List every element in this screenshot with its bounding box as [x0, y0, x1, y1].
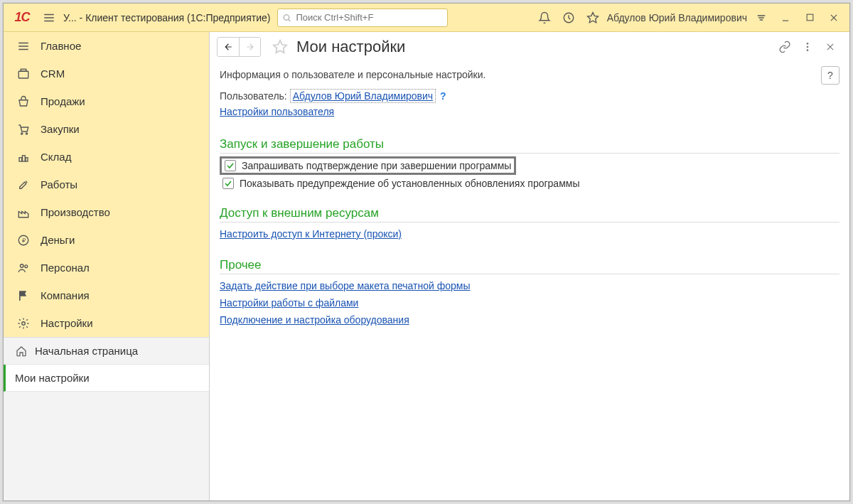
checkbox-label: Запрашивать подтверждение при завершении…: [242, 160, 511, 171]
sidebar-item-company[interactable]: Компания: [4, 282, 209, 309]
file-settings-link[interactable]: Настройки работы с файлами: [220, 297, 358, 309]
sidebar-item-crm[interactable]: CRM: [4, 60, 209, 87]
opened-item-my-settings[interactable]: Мои настройки: [4, 365, 209, 392]
user-menu-button[interactable]: [751, 8, 771, 28]
svg-rect-21: [23, 155, 26, 161]
sidebar-item-label: Склад: [41, 151, 71, 163]
window-title: У... - Клиент тестирования (1С:Предприят…: [63, 12, 270, 23]
window-maximize[interactable]: [800, 8, 820, 28]
sidebar: Главное CRM Продажи Закупки Склад: [4, 32, 210, 500]
sidebar-item-label: Персонал: [41, 262, 90, 274]
sidebar-item-sales[interactable]: Продажи: [4, 87, 209, 115]
star-icon: [586, 11, 599, 24]
factory-icon: [16, 205, 31, 220]
close-page-button[interactable]: [821, 38, 839, 56]
tools-icon: [16, 178, 31, 192]
sidebar-item-label: Главное: [41, 40, 81, 52]
opened-item-label: Начальная страница: [35, 345, 138, 357]
svg-rect-10: [807, 14, 813, 21]
sidebar-item-label: Настройки: [41, 317, 93, 329]
sidebar-item-money[interactable]: ₽ Деньги: [4, 226, 209, 254]
equipment-settings-link[interactable]: Подключение и настройка оборудования: [220, 314, 409, 326]
history-icon: [562, 11, 575, 24]
content-body: ? Информация о пользователе и персональн…: [210, 62, 849, 338]
favorites-button[interactable]: [583, 8, 603, 28]
svg-text:₽: ₽: [22, 237, 26, 244]
sidebar-item-warehouse[interactable]: Склад: [4, 143, 209, 171]
svg-rect-22: [26, 157, 28, 161]
opened-windows-list: Начальная страница Мои настройки: [4, 337, 209, 392]
content-header: Мои настройки: [210, 32, 849, 62]
main-menu-button[interactable]: [39, 8, 59, 28]
sidebar-item-settings[interactable]: Настройки: [4, 309, 209, 337]
sidebar-item-main[interactable]: Главное: [4, 32, 209, 60]
sidebar-item-works[interactable]: Работы: [4, 171, 209, 198]
window-minimize[interactable]: [776, 8, 795, 28]
sidebar-item-label: Закупки: [41, 123, 80, 135]
page-subtitle: Информация о пользователе и персональные…: [220, 69, 839, 80]
user-link[interactable]: Абдулов Юрий Владимирович: [291, 90, 434, 102]
checkbox-confirm-exit[interactable]: [225, 160, 236, 171]
proxy-settings-link[interactable]: Настроить доступ к Интернету (прокси): [220, 228, 402, 240]
sidebar-item-label: CRM: [41, 68, 65, 80]
print-template-action-link[interactable]: Задать действие при выборе макета печатн…: [220, 280, 471, 291]
help-button[interactable]: ?: [821, 66, 839, 85]
star-outline-icon: [272, 39, 288, 55]
sidebar-item-label: Компания: [41, 289, 90, 301]
app-window: 1C У... - Клиент тестирования (1С:Предпр…: [3, 3, 850, 501]
check-show-update-warning[interactable]: Показывать предупреждение об установленн…: [220, 176, 839, 191]
svg-marker-29: [274, 40, 286, 52]
svg-line-4: [289, 19, 290, 21]
kebab-icon: [802, 41, 813, 53]
arrow-right-icon: [245, 42, 256, 52]
user-row: Пользователь: Абдулов Юрий Владимирович …: [220, 90, 839, 102]
more-button[interactable]: [798, 38, 817, 56]
user-label: Пользователь:: [220, 90, 287, 102]
check-confirm-exit[interactable]: Запрашивать подтверждение при завершении…: [220, 156, 516, 175]
checkbox-show-update-warning[interactable]: [222, 178, 234, 189]
section-other-title: Прочее: [220, 258, 839, 274]
svg-point-25: [21, 264, 24, 267]
logo-1c: 1C: [9, 9, 35, 26]
svg-rect-17: [21, 69, 26, 71]
search-input[interactable]: [294, 11, 443, 23]
global-search[interactable]: [277, 9, 448, 27]
sidebar-item-personnel[interactable]: Персонал: [4, 254, 209, 282]
search-icon: [282, 13, 291, 23]
svg-marker-5: [587, 12, 598, 22]
menu-lines-icon: [755, 11, 768, 24]
sidebar-item-label: Продажи: [41, 95, 85, 107]
history-nav: [217, 37, 261, 57]
notifications-button[interactable]: [535, 8, 554, 28]
sidebar-item-label: Работы: [41, 178, 77, 191]
sidebar-item-purchases[interactable]: Закупки: [4, 115, 209, 143]
current-user-label[interactable]: Абдулов Юрий Владимирович: [607, 12, 747, 23]
sidebar-item-manufacturing[interactable]: Производство: [4, 198, 209, 226]
nav-back-button[interactable]: [218, 38, 239, 56]
sidebar-item-label: Деньги: [41, 234, 75, 246]
titlebar: 1C У... - Клиент тестирования (1С:Предпр…: [4, 4, 849, 32]
nav-forward-button[interactable]: [239, 38, 260, 56]
money-icon: ₽: [16, 233, 31, 247]
user-help-icon[interactable]: ?: [440, 90, 446, 102]
gear-icon: [16, 316, 31, 331]
crm-icon: [16, 67, 31, 81]
svg-rect-16: [18, 71, 28, 78]
user-settings-link[interactable]: Настройки пользователя: [220, 106, 334, 117]
page-title: Мои настройки: [296, 38, 405, 56]
sidebar-item-label: Производство: [41, 206, 110, 218]
flag-icon: [16, 289, 31, 303]
app-title: - Клиент тестирования (1С:Предприятие): [77, 12, 271, 23]
svg-point-19: [26, 132, 27, 134]
link-icon: [778, 41, 791, 53]
content-area: Мои настройки ? Информация о пользовател…: [210, 32, 849, 500]
svg-point-26: [25, 264, 28, 267]
link-button[interactable]: [776, 38, 794, 56]
opened-item-start-page[interactable]: Начальная страница: [4, 338, 209, 365]
svg-point-31: [807, 45, 809, 48]
home-icon: [15, 345, 28, 358]
section-startup-title: Запуск и завершение работы: [220, 137, 839, 154]
window-close[interactable]: [824, 8, 844, 28]
favorite-toggle[interactable]: [272, 39, 288, 55]
history-button[interactable]: [559, 8, 579, 28]
